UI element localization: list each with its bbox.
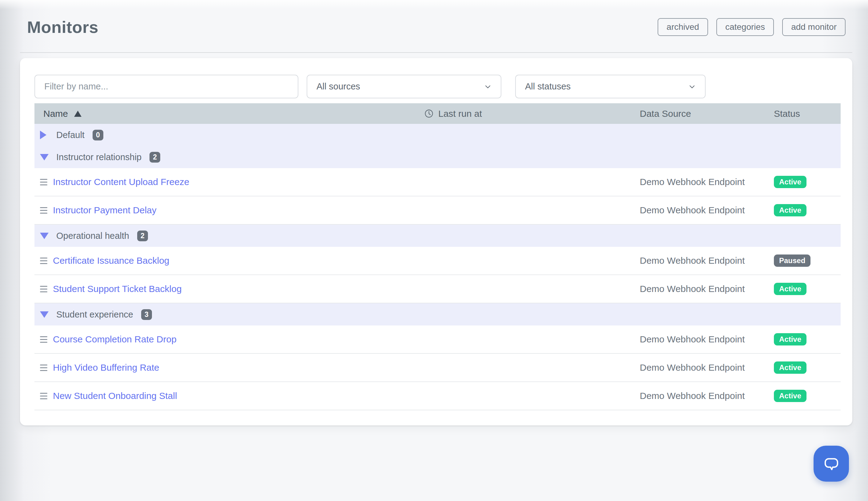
- table-header-row: Name Last run at Data Source Status: [34, 103, 840, 124]
- header-actions: archived categories add monitor: [658, 18, 846, 36]
- archived-button[interactable]: archived: [658, 18, 708, 36]
- chevron-down-icon: [483, 82, 492, 91]
- status-badge: Active: [774, 390, 806, 402]
- status-cell: Active: [774, 333, 840, 345]
- monitor-row: Instructor Payment Delay Demo Webhook En…: [34, 196, 840, 225]
- drag-handle-icon[interactable]: [40, 286, 48, 292]
- group-label: Default: [56, 130, 85, 140]
- group-count-badge: 0: [93, 130, 103, 140]
- column-header-name-label: Name: [43, 108, 68, 119]
- filters-bar: All sources All statuses: [34, 75, 840, 98]
- group-row[interactable]: Operational health 2: [34, 225, 840, 247]
- status-cell: Active: [774, 390, 840, 402]
- monitor-name-cell: Certificate Issuance Backlog: [34, 255, 424, 266]
- status-badge: Active: [774, 333, 806, 345]
- status-badge: Active: [774, 361, 806, 374]
- main-content: Monitors archived categories add monitor…: [20, 0, 852, 425]
- data-source-cell: Demo Webhook Endpoint: [640, 362, 774, 373]
- group-count-badge: 2: [137, 231, 148, 241]
- filter-name-input[interactable]: [34, 75, 299, 98]
- monitors-table: Name Last run at Data Source Status Defa…: [34, 103, 840, 410]
- page-header: Monitors archived categories add monitor: [20, 0, 852, 52]
- monitors-card: All sources All statuses Name Last run a…: [20, 58, 852, 425]
- monitor-name-link[interactable]: Student Support Ticket Backlog: [53, 284, 182, 294]
- status-cell: Active: [774, 361, 840, 374]
- monitor-row: Instructor Content Upload Freeze Demo We…: [34, 168, 840, 196]
- data-source-cell: Demo Webhook Endpoint: [640, 334, 774, 344]
- chevron-down-icon: [688, 82, 697, 91]
- group-name-cell: Instructor relationship 2: [34, 152, 424, 163]
- data-source-cell: Demo Webhook Endpoint: [640, 391, 774, 401]
- monitor-name-cell: High Video Buffering Rate: [34, 362, 424, 373]
- data-source-cell: Demo Webhook Endpoint: [640, 255, 774, 266]
- header-divider: [20, 52, 852, 53]
- categories-button[interactable]: categories: [717, 18, 774, 36]
- drag-handle-icon[interactable]: [40, 393, 48, 399]
- monitor-row: Course Completion Rate Drop Demo Webhook…: [34, 326, 840, 354]
- group-name-cell: Operational health 2: [34, 231, 424, 241]
- drag-handle-icon[interactable]: [40, 364, 48, 371]
- data-source-cell: Demo Webhook Endpoint: [640, 205, 774, 215]
- page-title: Monitors: [27, 18, 98, 36]
- monitor-name-link[interactable]: Instructor Payment Delay: [53, 205, 157, 215]
- drag-handle-icon[interactable]: [40, 258, 48, 264]
- group-row[interactable]: Instructor relationship 2: [34, 146, 840, 168]
- statuses-select[interactable]: All statuses: [515, 75, 705, 98]
- group-count-badge: 2: [149, 152, 160, 163]
- add-monitor-button[interactable]: add monitor: [782, 18, 846, 36]
- data-source-cell: Demo Webhook Endpoint: [640, 177, 774, 187]
- monitor-name-cell: Course Completion Rate Drop: [34, 334, 424, 344]
- status-badge: Active: [774, 204, 806, 216]
- group-row[interactable]: Default 0: [34, 124, 840, 146]
- group-label: Student experience: [56, 310, 133, 320]
- sources-select-value: All sources: [316, 82, 360, 92]
- chat-bubble-icon: [823, 455, 840, 473]
- monitor-name-cell: Instructor Payment Delay: [34, 205, 424, 215]
- monitor-name-link[interactable]: High Video Buffering Rate: [53, 362, 159, 373]
- drag-handle-icon[interactable]: [40, 207, 48, 214]
- status-cell: Paused: [774, 255, 840, 267]
- status-cell: Active: [774, 204, 840, 216]
- group-row[interactable]: Student experience 3: [34, 303, 840, 326]
- monitor-row: Student Support Ticket Backlog Demo Webh…: [34, 275, 840, 303]
- drag-handle-icon[interactable]: [40, 336, 48, 343]
- clock-icon: [424, 109, 434, 118]
- monitor-name-link[interactable]: New Student Onboarding Stall: [53, 391, 177, 401]
- sort-ascending-icon: [74, 111, 82, 117]
- drag-handle-icon[interactable]: [40, 179, 48, 185]
- column-header-last-run[interactable]: Last run at: [424, 108, 640, 119]
- monitor-table-body: Default 0 Instructor relationship 2 Inst…: [34, 124, 840, 410]
- collapse-group-icon[interactable]: [40, 311, 49, 318]
- chat-button[interactable]: [814, 446, 849, 482]
- group-label: Operational health: [56, 231, 129, 241]
- column-header-name[interactable]: Name: [34, 108, 424, 119]
- monitor-name-cell: Instructor Content Upload Freeze: [34, 177, 424, 187]
- group-name-cell: Student experience 3: [34, 309, 424, 320]
- monitor-name-cell: Student Support Ticket Backlog: [34, 284, 424, 294]
- status-badge: Active: [774, 283, 806, 295]
- group-label: Instructor relationship: [56, 152, 142, 162]
- group-name-cell: Default 0: [34, 130, 424, 140]
- monitor-name-link[interactable]: Certificate Issuance Backlog: [53, 255, 169, 266]
- monitor-name-link[interactable]: Instructor Content Upload Freeze: [53, 177, 189, 187]
- monitor-name-cell: New Student Onboarding Stall: [34, 391, 424, 401]
- collapse-group-icon[interactable]: [40, 233, 49, 239]
- monitor-row: New Student Onboarding Stall Demo Webhoo…: [34, 382, 840, 410]
- status-cell: Active: [774, 283, 840, 295]
- column-header-data-source[interactable]: Data Source: [640, 108, 774, 119]
- monitor-row: High Video Buffering Rate Demo Webhook E…: [34, 354, 840, 382]
- sources-select[interactable]: All sources: [307, 75, 501, 98]
- status-badge: Paused: [774, 255, 811, 267]
- status-cell: Active: [774, 176, 840, 188]
- expand-group-icon[interactable]: [40, 131, 46, 139]
- column-header-status[interactable]: Status: [774, 108, 840, 119]
- group-count-badge: 3: [141, 309, 152, 320]
- column-header-last-run-label: Last run at: [438, 108, 482, 119]
- monitor-name-link[interactable]: Course Completion Rate Drop: [53, 334, 177, 344]
- statuses-select-value: All statuses: [525, 82, 571, 92]
- status-badge: Active: [774, 176, 806, 188]
- monitor-row: Certificate Issuance Backlog Demo Webhoo…: [34, 247, 840, 275]
- collapse-group-icon[interactable]: [40, 154, 49, 160]
- data-source-cell: Demo Webhook Endpoint: [640, 284, 774, 294]
